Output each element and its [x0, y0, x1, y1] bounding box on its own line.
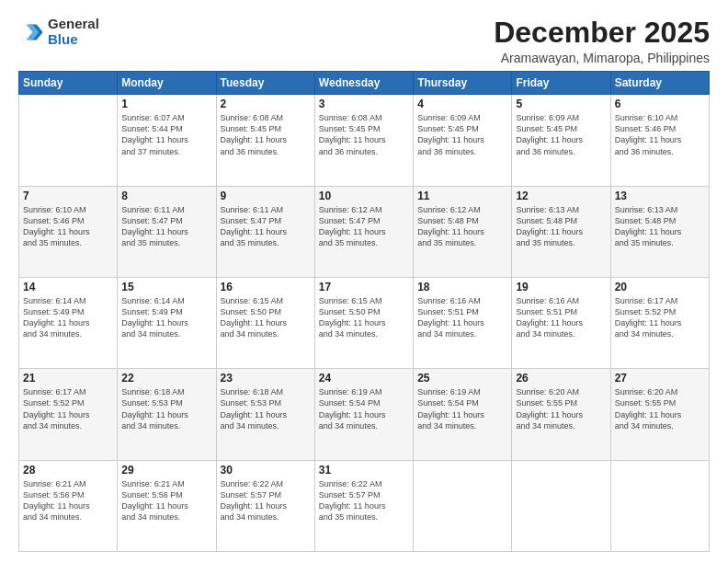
day-number: 12 [516, 190, 606, 202]
day-number: 31 [319, 464, 409, 477]
day-number: 25 [417, 372, 507, 385]
day-number: 5 [516, 98, 606, 110]
logo-icon [18, 19, 44, 45]
day-number: 7 [23, 190, 113, 202]
day-number: 6 [615, 98, 705, 110]
day-number: 4 [417, 98, 507, 110]
day-info: Sunrise: 6:14 AM Sunset: 5:49 PM Dayligh… [121, 295, 211, 340]
weekday-header-tuesday: Tuesday [216, 72, 314, 95]
calendar-cell: 26Sunrise: 6:20 AM Sunset: 5:55 PM Dayli… [512, 369, 610, 460]
day-number: 8 [121, 190, 211, 202]
calendar-cell: 23Sunrise: 6:18 AM Sunset: 5:53 PM Dayli… [216, 369, 314, 460]
calendar-cell: 3Sunrise: 6:08 AM Sunset: 5:45 PM Daylig… [314, 95, 413, 186]
day-number: 3 [319, 98, 409, 110]
day-number: 16 [221, 281, 311, 293]
day-info: Sunrise: 6:08 AM Sunset: 5:45 PM Dayligh… [221, 112, 311, 157]
day-info: Sunrise: 6:09 AM Sunset: 5:45 PM Dayligh… [516, 112, 606, 157]
day-info: Sunrise: 6:21 AM Sunset: 5:56 PM Dayligh… [23, 478, 113, 523]
calendar-cell: 5Sunrise: 6:09 AM Sunset: 5:45 PM Daylig… [512, 95, 610, 186]
weekday-header-row: SundayMondayTuesdayWednesdayThursdayFrid… [19, 72, 710, 95]
day-number: 22 [121, 372, 211, 385]
calendar-cell: 16Sunrise: 6:15 AM Sunset: 5:50 PM Dayli… [216, 277, 314, 368]
day-info: Sunrise: 6:16 AM Sunset: 5:51 PM Dayligh… [417, 295, 507, 340]
week-row-1: 1Sunrise: 6:07 AM Sunset: 5:44 PM Daylig… [19, 95, 710, 186]
weekday-header-wednesday: Wednesday [314, 72, 413, 95]
calendar-cell: 30Sunrise: 6:22 AM Sunset: 5:57 PM Dayli… [216, 460, 314, 551]
calendar-cell: 21Sunrise: 6:17 AM Sunset: 5:52 PM Dayli… [19, 369, 118, 460]
day-number: 29 [121, 464, 211, 477]
calendar-cell [512, 460, 610, 551]
week-row-2: 7Sunrise: 6:10 AM Sunset: 5:46 PM Daylig… [19, 186, 710, 277]
calendar-cell: 31Sunrise: 6:22 AM Sunset: 5:57 PM Dayli… [314, 460, 413, 551]
day-number: 27 [615, 372, 705, 385]
main-title: December 2025 [494, 17, 710, 49]
day-number: 10 [319, 190, 409, 202]
calendar-cell [610, 460, 709, 551]
day-number: 9 [221, 190, 311, 202]
day-number: 23 [221, 372, 311, 385]
day-number: 15 [121, 281, 211, 293]
calendar-cell: 25Sunrise: 6:19 AM Sunset: 5:54 PM Dayli… [414, 369, 512, 460]
day-info: Sunrise: 6:18 AM Sunset: 5:53 PM Dayligh… [121, 386, 211, 431]
day-info: Sunrise: 6:12 AM Sunset: 5:47 PM Dayligh… [319, 204, 409, 249]
calendar-cell: 13Sunrise: 6:13 AM Sunset: 5:48 PM Dayli… [610, 186, 709, 277]
day-info: Sunrise: 6:19 AM Sunset: 5:54 PM Dayligh… [319, 386, 409, 431]
calendar-cell: 12Sunrise: 6:13 AM Sunset: 5:48 PM Dayli… [512, 186, 610, 277]
day-info: Sunrise: 6:13 AM Sunset: 5:48 PM Dayligh… [516, 204, 606, 249]
week-row-4: 21Sunrise: 6:17 AM Sunset: 5:52 PM Dayli… [19, 369, 710, 460]
day-number: 21 [23, 372, 113, 385]
calendar-cell: 10Sunrise: 6:12 AM Sunset: 5:47 PM Dayli… [314, 186, 413, 277]
day-number: 2 [221, 98, 311, 110]
day-number: 11 [417, 190, 507, 202]
calendar-cell: 28Sunrise: 6:21 AM Sunset: 5:56 PM Dayli… [19, 460, 118, 551]
calendar-cell: 6Sunrise: 6:10 AM Sunset: 5:46 PM Daylig… [610, 95, 709, 186]
day-number: 30 [221, 464, 311, 477]
calendar-cell: 11Sunrise: 6:12 AM Sunset: 5:48 PM Dayli… [414, 186, 512, 277]
logo-blue: Blue [48, 32, 99, 48]
header: General Blue December 2025 Aramawayan, M… [18, 17, 710, 65]
calendar-cell: 27Sunrise: 6:20 AM Sunset: 5:55 PM Dayli… [610, 369, 709, 460]
calendar-cell: 22Sunrise: 6:18 AM Sunset: 5:53 PM Dayli… [118, 369, 216, 460]
day-number: 19 [516, 281, 606, 293]
logo-text: General Blue [48, 17, 99, 47]
day-info: Sunrise: 6:10 AM Sunset: 5:46 PM Dayligh… [615, 112, 705, 157]
weekday-header-thursday: Thursday [414, 72, 512, 95]
day-number: 13 [615, 190, 705, 202]
calendar-cell: 19Sunrise: 6:16 AM Sunset: 5:51 PM Dayli… [512, 277, 610, 368]
title-block: December 2025 Aramawayan, Mimaropa, Phil… [494, 17, 710, 65]
day-info: Sunrise: 6:12 AM Sunset: 5:48 PM Dayligh… [417, 204, 507, 249]
calendar-cell: 24Sunrise: 6:19 AM Sunset: 5:54 PM Dayli… [314, 369, 413, 460]
day-info: Sunrise: 6:18 AM Sunset: 5:53 PM Dayligh… [221, 386, 311, 431]
day-info: Sunrise: 6:11 AM Sunset: 5:47 PM Dayligh… [221, 204, 311, 249]
day-info: Sunrise: 6:10 AM Sunset: 5:46 PM Dayligh… [23, 204, 113, 249]
weekday-header-friday: Friday [512, 72, 610, 95]
day-number: 28 [23, 464, 113, 477]
calendar-cell: 29Sunrise: 6:21 AM Sunset: 5:56 PM Dayli… [118, 460, 216, 551]
day-number: 1 [121, 98, 211, 110]
calendar-cell: 1Sunrise: 6:07 AM Sunset: 5:44 PM Daylig… [118, 95, 216, 186]
day-info: Sunrise: 6:07 AM Sunset: 5:44 PM Dayligh… [121, 112, 211, 157]
week-row-5: 28Sunrise: 6:21 AM Sunset: 5:56 PM Dayli… [19, 460, 710, 551]
day-info: Sunrise: 6:20 AM Sunset: 5:55 PM Dayligh… [516, 386, 606, 431]
day-info: Sunrise: 6:09 AM Sunset: 5:45 PM Dayligh… [417, 112, 507, 157]
day-number: 17 [319, 281, 409, 293]
day-number: 26 [516, 372, 606, 385]
subtitle: Aramawayan, Mimaropa, Philippines [494, 51, 710, 65]
day-info: Sunrise: 6:13 AM Sunset: 5:48 PM Dayligh… [615, 204, 705, 249]
day-number: 18 [417, 281, 507, 293]
day-info: Sunrise: 6:20 AM Sunset: 5:55 PM Dayligh… [615, 386, 705, 431]
week-row-3: 14Sunrise: 6:14 AM Sunset: 5:49 PM Dayli… [19, 277, 710, 368]
day-number: 14 [23, 281, 113, 293]
logo-general: General [48, 17, 99, 32]
day-info: Sunrise: 6:19 AM Sunset: 5:54 PM Dayligh… [417, 386, 507, 431]
calendar-cell: 18Sunrise: 6:16 AM Sunset: 5:51 PM Dayli… [414, 277, 512, 368]
day-info: Sunrise: 6:15 AM Sunset: 5:50 PM Dayligh… [221, 295, 311, 340]
day-info: Sunrise: 6:22 AM Sunset: 5:57 PM Dayligh… [319, 478, 409, 523]
calendar-cell [19, 95, 118, 186]
day-info: Sunrise: 6:16 AM Sunset: 5:51 PM Dayligh… [516, 295, 606, 340]
day-info: Sunrise: 6:17 AM Sunset: 5:52 PM Dayligh… [615, 295, 705, 340]
calendar-cell: 8Sunrise: 6:11 AM Sunset: 5:47 PM Daylig… [118, 186, 216, 277]
calendar-cell [414, 460, 512, 551]
logo: General Blue [18, 17, 99, 47]
calendar-table: SundayMondayTuesdayWednesdayThursdayFrid… [18, 71, 710, 552]
